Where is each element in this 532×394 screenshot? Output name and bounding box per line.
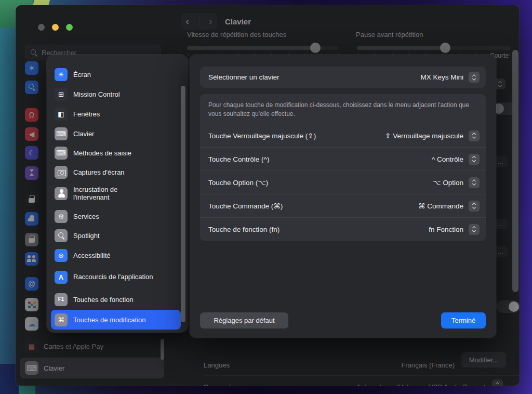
keyboard-select-value: MX Keys Mini xyxy=(420,73,463,81)
popover-item-label: Services xyxy=(73,213,99,220)
popover-item-ecran[interactable]: ☀ Écran xyxy=(51,64,181,84)
popover-item-label: Touches de fonction xyxy=(73,296,134,304)
popover-item-label: Captures d'écran xyxy=(73,168,125,176)
popover-item-fenetres[interactable]: ◧ Fenêtres xyxy=(51,104,181,124)
chevron-down-icon xyxy=(472,135,476,139)
popover-item-label: Incrustation de l'intervenant xyxy=(73,186,154,202)
app-shortcuts-icon: A xyxy=(55,271,68,284)
popover-item-raccourcis-app[interactable]: A Raccourcis de l'application xyxy=(51,264,181,290)
row-value: fn Fonction xyxy=(429,226,463,233)
gear-icon: ⚙ xyxy=(55,210,68,223)
stepper[interactable] xyxy=(469,201,480,212)
popover-item-incrustation[interactable]: Incrustation de l'intervenant xyxy=(51,180,181,206)
popover-item-services[interactable]: ⚙ Services xyxy=(51,206,181,226)
restore-defaults-button[interactable]: Réglages par défaut xyxy=(200,312,288,329)
modifier-keys-sheet: Sélectionner un clavier MX Keys Mini Pou… xyxy=(190,55,496,338)
row-fn: Touche de fonction (fn) fn Fonction xyxy=(200,217,486,241)
popover-item-clavier[interactable]: ⌨ Clavier xyxy=(51,124,181,143)
chevron-down-icon xyxy=(472,76,476,80)
popover-item-methodes-saisie[interactable]: ⌨ Méthodes de saisie xyxy=(51,143,181,163)
shortcut-categories-popover: ☀ Écran ⊞ Mission Control ◧ Fenêtres ⌨ C… xyxy=(47,55,188,333)
popover-item-accessibilite[interactable]: ⊛ Accessibilité xyxy=(51,245,181,265)
popover-item-label: Fenêtres xyxy=(73,110,100,118)
stepper[interactable] xyxy=(469,224,480,235)
keyboard-select-label: Sélectionner un clavier xyxy=(208,73,420,81)
stepper[interactable] xyxy=(469,72,480,83)
mission-control-icon: ⊞ xyxy=(55,88,68,101)
popover-item-captures-ecran[interactable]: Captures d'écran xyxy=(51,162,181,182)
settings-window: ☀ Ω ◀ ☾ @ ☁ ▤ Cartes et Apple Pay ⌨ Clav… xyxy=(16,5,520,386)
popover-scrollbar[interactable] xyxy=(181,86,185,322)
done-button[interactable]: Terminé xyxy=(441,312,486,329)
popover-item-label: Clavier xyxy=(73,130,94,138)
row-value: ⌥ Option xyxy=(433,178,463,187)
popover-item-mission-control[interactable]: ⊞ Mission Control xyxy=(51,84,181,104)
chevron-down-icon xyxy=(472,205,476,209)
row-label: Touche Contrôle (^) xyxy=(208,155,432,163)
camera-icon xyxy=(55,166,68,179)
displays-icon: ☀ xyxy=(55,68,68,81)
minimize-button[interactable] xyxy=(52,24,59,31)
popover-item-label: Touches de modification xyxy=(73,316,145,324)
row-option: Touche Option (⌥) ⌥ Option xyxy=(200,170,486,194)
command-key-icon: ⌘ xyxy=(55,313,68,326)
popover-item-label: Écran xyxy=(73,71,91,78)
fn-key-icon: F1 xyxy=(55,293,68,306)
stepper[interactable] xyxy=(469,177,480,188)
popover-item-label: Spotlight xyxy=(73,232,100,240)
row-command: Touche Commande (⌘) ⌘ Commande xyxy=(200,194,486,217)
modifier-keys-group: Pour chaque touche de modification ci-de… xyxy=(200,94,486,241)
row-value: ⌘ Commande xyxy=(418,202,463,210)
presenter-icon xyxy=(55,187,68,200)
chevron-down-icon xyxy=(472,182,476,186)
popover-item-touches-fonction[interactable]: F1 Touches de fonction xyxy=(51,290,181,309)
row-label: Touche Option (⌥) xyxy=(208,178,433,187)
keyboard-icon: ⌨ xyxy=(55,147,68,160)
windows-icon: ◧ xyxy=(55,108,68,121)
stepper[interactable] xyxy=(469,154,480,165)
row-label: Touche Verrouillage majuscule (⇪) xyxy=(208,132,385,140)
magnifier-icon xyxy=(55,229,68,242)
info-text: Pour chaque touche de modification ci-de… xyxy=(200,94,486,124)
popover-item-label: Mission Control xyxy=(73,90,120,98)
keyboard-select-row[interactable]: Sélectionner un clavier MX Keys Mini xyxy=(200,67,486,88)
row-label: Touche de fonction (fn) xyxy=(208,226,429,233)
row-label: Touche Commande (⌘) xyxy=(208,202,418,210)
popover-item-label: Accessibilité xyxy=(73,252,111,259)
zoom-button[interactable] xyxy=(66,24,73,31)
accessibility-icon: ⊛ xyxy=(55,249,68,262)
popover-item-spotlight[interactable]: Spotlight xyxy=(51,226,181,245)
main-scrollbar[interactable] xyxy=(512,50,518,292)
popover-item-label: Méthodes de saisie xyxy=(73,149,131,157)
row-caps-lock: Touche Verrouillage majuscule (⇪) ⇪ Verr… xyxy=(200,124,486,147)
stepper[interactable] xyxy=(469,130,480,141)
row-control: Touche Contrôle (^) ^ Contrôle xyxy=(200,147,486,170)
close-button[interactable] xyxy=(38,24,45,31)
row-value: ^ Contrôle xyxy=(432,155,463,163)
row-value: ⇪ Verrouillage majuscule xyxy=(385,132,463,140)
keyboard-icon: ⌨ xyxy=(55,127,68,140)
chevron-down-icon xyxy=(472,159,476,162)
popover-item-touches-modification[interactable]: ⌘ Touches de modification xyxy=(51,310,181,330)
popover-item-label: Raccourcis de l'application xyxy=(73,273,154,281)
screen: ☀ Ω ◀ ☾ @ ☁ ▤ Cartes et Apple Pay ⌨ Clav… xyxy=(0,0,532,394)
chevron-down-icon xyxy=(472,229,476,232)
